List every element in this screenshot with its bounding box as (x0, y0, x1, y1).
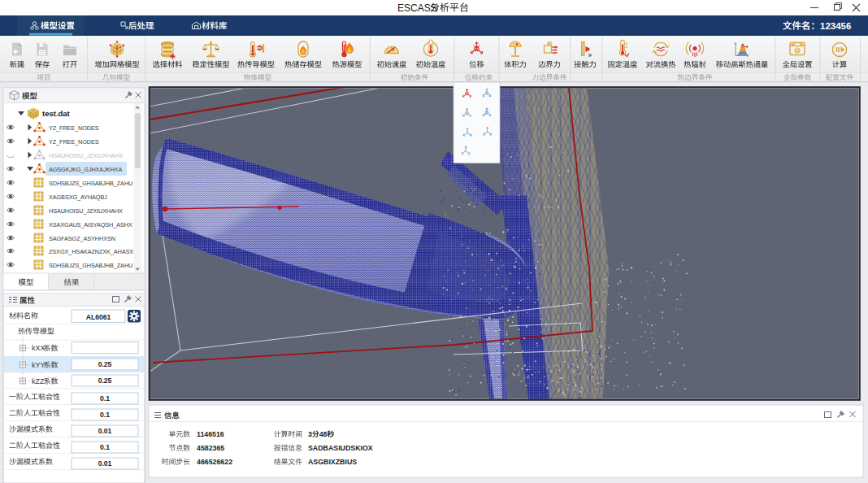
svg-text:48: 48 (319, 430, 328, 438)
svg-text:kYY: kYY (32, 361, 46, 369)
svg-text:XSAXGAUS_AISYAQSH_ASHX: XSAXGAUS_AISYAQSH_ASHX (49, 221, 132, 228)
svg-text:ZSXGX_HSAKAZNZXK_AHASX: ZSXGX_HSAKAZNZXK_AHASX (49, 248, 133, 255)
svg-text:YZ_FREE_NODES: YZ_FREE_NODES (49, 124, 99, 132)
svg-text:kXX: kXX (32, 344, 46, 352)
svg-text:SAGFASGZ_ASYHHXSN: SAGFASGZ_ASYHHXSN (49, 235, 115, 242)
svg-text:SADBASIUDSKIOX: SADBASIUDSKIOX (308, 444, 373, 452)
svg-text:0.1: 0.1 (100, 411, 110, 419)
svg-text:SDHSBJZS_GHSABJHB_ZAHU: SDHSBJZS_GHSABJHB_ZAHU (49, 180, 132, 187)
svg-text:0.25: 0.25 (98, 360, 112, 368)
svg-text:ASGBIXZBIUS: ASGBIXZBIUS (308, 458, 357, 466)
svg-text:123456: 123456 (820, 21, 851, 31)
svg-text:XAGBSXG_AYHAQBJ: XAGBSXG_AYHAQBJ (49, 194, 107, 201)
svg-text:0.01: 0.01 (98, 459, 112, 468)
svg-text:1146516: 1146516 (197, 430, 224, 438)
svg-text:HSAUHOISU_JZXIUXHAHX: HSAUHOISU_JZXIUXHAHX (49, 152, 123, 159)
svg-text:4582365: 4582365 (197, 444, 224, 452)
svg-text:3: 3 (308, 430, 312, 438)
svg-text:AGSGKJKG_GJHXAJKHXA: AGSGKJKG_GJHXAJKHXA (49, 166, 122, 173)
svg-text:kZZ: kZZ (32, 377, 45, 385)
svg-text:HSAUHOISU_JZXIUXHAHX: HSAUHOISU_JZXIUXHAHX (49, 207, 123, 215)
svg-text:AL6061: AL6061 (86, 313, 111, 321)
svg-text:SDHSBJZS_GHSABJHB_ZAHU: SDHSBJZS_GHSABJHB_ZAHU (49, 262, 132, 269)
svg-text:0.25: 0.25 (98, 376, 112, 385)
svg-text:0.01: 0.01 (98, 427, 112, 435)
svg-text:test.dat: test.dat (42, 109, 71, 118)
svg-text:466526622: 466526622 (197, 458, 232, 466)
svg-text:0.1: 0.1 (100, 443, 110, 451)
svg-text:YZ_FREE_NODES: YZ_FREE_NODES (49, 138, 99, 146)
svg-text:0.1: 0.1 (100, 394, 110, 402)
